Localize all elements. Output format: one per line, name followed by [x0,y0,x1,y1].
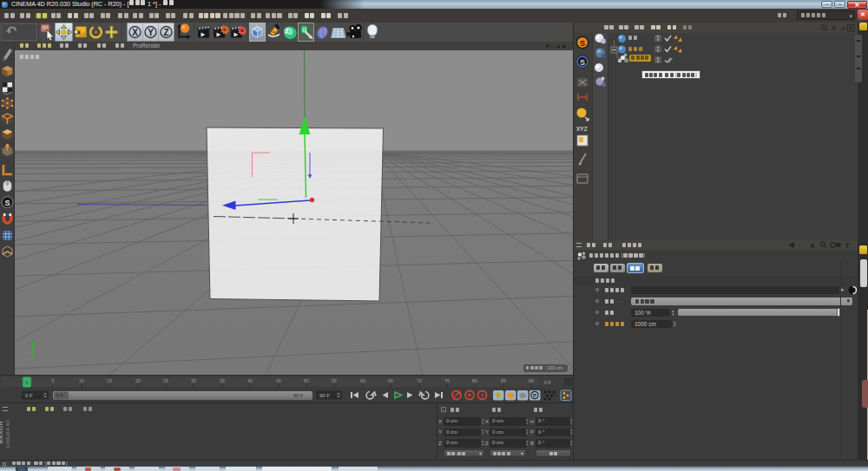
svg-text:50: 50 [304,378,309,383]
svg-text:60: 60 [360,378,365,383]
svg-text:P: P [533,393,536,398]
svg-text:30: 30 [191,378,196,383]
svg-text:20: 20 [135,378,141,383]
svg-text:S: S [580,39,585,48]
svg-text:S: S [4,199,10,207]
svg-text:X: X [132,28,138,37]
svg-text:90 F: 90 F [319,393,330,398]
svg-text:90 F: 90 F [293,393,304,398]
svg-text:XYZ: XYZ [576,126,588,132]
svg-text:70: 70 [417,378,422,383]
svg-text:0 F: 0 F [544,380,552,385]
svg-text:55: 55 [332,378,337,383]
svg-text:75: 75 [444,378,450,383]
svg-text:S: S [580,58,585,67]
svg-text:80: 80 [472,378,477,383]
svg-text:10: 10 [79,378,84,383]
svg-text:25: 25 [163,378,168,383]
svg-text:65: 65 [388,378,393,383]
svg-text:15: 15 [107,378,112,383]
svg-text:?: ? [480,393,483,399]
svg-text:Z: Z [163,28,168,37]
svg-text:0 F: 0 F [56,393,64,398]
svg-text:45: 45 [276,378,281,383]
svg-text:0 F: 0 F [25,393,33,398]
svg-text:5: 5 [52,378,55,383]
svg-text:35: 35 [220,378,225,383]
svg-text:40: 40 [247,378,253,383]
svg-text:Y: Y [148,28,154,37]
svg-text:85: 85 [501,378,506,383]
svg-text:90: 90 [529,378,534,383]
